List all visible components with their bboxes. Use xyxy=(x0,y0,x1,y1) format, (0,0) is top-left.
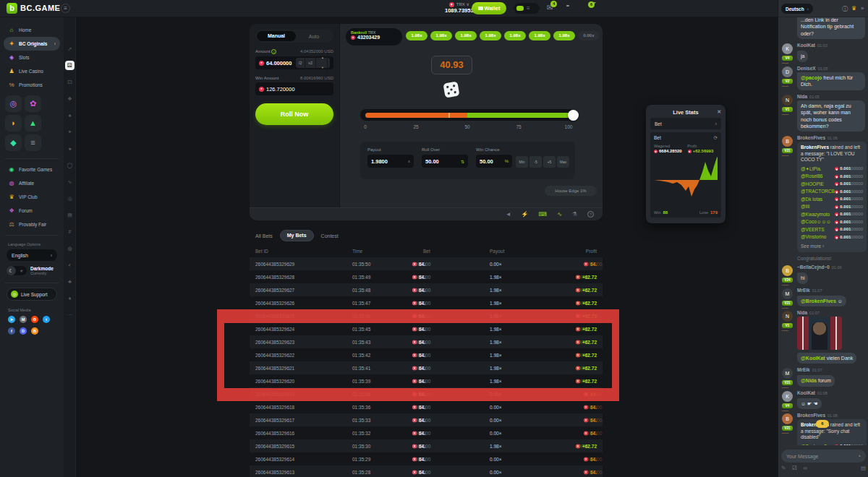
amount-arrows[interactable]: ▲▼ xyxy=(316,53,330,73)
live-stats-icon[interactable]: ∿ xyxy=(557,211,562,218)
close-icon[interactable]: ✕ xyxy=(717,109,721,115)
sidebar-item-slots[interactable]: ◈ Slots xyxy=(4,51,60,64)
info-icon[interactable]: i xyxy=(271,49,276,54)
game-tile-stack[interactable]: ≡ xyxy=(25,134,41,151)
rain-timer-icon[interactable]: ◔ xyxy=(857,453,861,460)
sidebar-item-bc-originals[interactable]: ✦ BC Originals › xyxy=(4,37,60,51)
game-tile-roulette[interactable]: ◎ xyxy=(5,95,22,112)
mention[interactable]: @Nida xyxy=(801,378,817,383)
see-more-link[interactable]: See more › xyxy=(801,244,863,249)
chat-input[interactable]: Your Message◔ xyxy=(781,450,866,463)
hotkeys-icon[interactable]: ⌨ xyxy=(539,211,548,218)
game-keno-icon[interactable]: # xyxy=(64,223,76,240)
avatar[interactable]: B xyxy=(782,265,793,276)
stats-mode-select[interactable]: Bet› xyxy=(650,118,721,129)
result-pill[interactable]: 1.98x xyxy=(406,31,427,40)
username[interactable]: MrEik xyxy=(797,288,810,293)
result-pill[interactable]: 1.98x xyxy=(430,31,452,40)
table-row[interactable]: 260644385329629 01:35:50 64.0000000 0.00… xyxy=(250,257,603,270)
sidebar-item-affiliate[interactable]: ◍ Affiliate xyxy=(4,176,60,190)
chat-room-icon[interactable]: ▤ xyxy=(861,465,866,471)
recipient-name[interactable]: @Kwazymoto xyxy=(801,212,835,218)
table-row[interactable]: 260644385329626 01:35:47 64.0000000 1.98… xyxy=(250,296,603,309)
amount-input[interactable]: 64.000000 /2 x2 ▲▼ xyxy=(255,56,333,69)
table-row[interactable]: 260644385329620 01:35:39 64.0000000 1.98… xyxy=(250,374,603,387)
username[interactable]: Nida xyxy=(797,94,807,99)
recipient-name[interactable]: @Coco☺☺☺ xyxy=(801,219,835,225)
game-hilo-icon[interactable]: ♠ xyxy=(64,107,76,124)
game-tile-rocket[interactable]: ▲ xyxy=(25,115,41,132)
result-pill[interactable]: 1.98x xyxy=(504,31,526,40)
sidebar-item-live-casino[interactable]: ♟ Live Casino xyxy=(4,64,60,78)
game-plinko-icon[interactable]: ● xyxy=(64,140,76,157)
table-row[interactable]: 260644385329625 01:35:46 64.0000000 1.98… xyxy=(250,309,603,322)
roll-now-button[interactable]: Roll Now xyxy=(255,103,333,125)
quick-button--5[interactable]: -5 xyxy=(529,156,542,168)
avatar[interactable]: B xyxy=(782,136,793,147)
recipient-name[interactable]: @Rosel86 xyxy=(801,173,835,179)
mention[interactable]: @BrokenFives xyxy=(801,298,836,304)
balance-display-toggle[interactable]: ≡ xyxy=(514,3,540,14)
recipient-name[interactable]: @Dk lotas xyxy=(801,197,835,202)
tab-all-bets[interactable]: All Bets xyxy=(255,233,273,239)
tab-manual[interactable]: Manual xyxy=(257,31,296,41)
game-wheel-icon[interactable]: ◎ xyxy=(64,190,76,207)
quick-button-+5[interactable]: +5 xyxy=(543,156,556,168)
game-roulette-icon[interactable]: ◍ xyxy=(64,240,76,257)
font-icon[interactable]: ✎ xyxy=(781,465,786,471)
link-icon[interactable]: ∞ xyxy=(804,465,807,471)
table-row[interactable]: 260644385329613 01:35:28 64.0000000 0.00… xyxy=(250,465,603,477)
table-row[interactable]: 260644385329624 01:35:45 64.0000000 1.98… xyxy=(250,322,603,335)
table-row[interactable]: 260644385329616 01:35:32 64.0000000 0.00… xyxy=(250,426,603,439)
mention[interactable]: @KoolKat xyxy=(801,356,825,361)
game-mines-icon[interactable]: ✶ xyxy=(64,124,76,140)
game-video-poker-icon[interactable]: ♣ xyxy=(64,273,76,290)
game-crash-icon[interactable]: ↗ xyxy=(64,40,76,57)
telegram-icon[interactable]: ➤ xyxy=(8,316,15,323)
double-button[interactable]: x2 xyxy=(305,58,316,68)
logo-icon[interactable]: b xyxy=(7,3,17,14)
sidebar-item-promotions[interactable]: % Promotions xyxy=(4,78,60,92)
chat-image[interactable] xyxy=(797,317,842,350)
avatar[interactable]: N xyxy=(782,95,793,106)
result-pill[interactable]: 0.00x xyxy=(578,31,600,40)
username[interactable]: MrEik xyxy=(797,367,810,372)
recipient-name[interactable]: @Zealous Coryd... xyxy=(801,444,835,445)
username[interactable]: KoolKat xyxy=(797,43,815,48)
language-select[interactable]: English› xyxy=(7,249,57,261)
username[interactable]: KoolKat xyxy=(797,390,815,395)
table-row[interactable]: 260644385329622 01:35:42 64.0000000 1.98… xyxy=(250,348,603,361)
wallet-button[interactable]: Wallet xyxy=(472,2,506,14)
avatar[interactable]: D xyxy=(782,66,793,77)
live-support-button[interactable]: ◎Live Support xyxy=(7,288,57,301)
game-twist-icon[interactable]: ❖ xyxy=(64,90,76,107)
twitter-icon[interactable]: t xyxy=(43,316,50,323)
game-tower-icon[interactable]: ▤ xyxy=(64,207,76,223)
table-row[interactable]: 260644385329617 01:35:33 64.0000000 0.00… xyxy=(250,413,603,426)
sidebar-collapse-button[interactable]: ≡ xyxy=(61,4,70,13)
slider-track[interactable] xyxy=(365,113,570,118)
quick-button-max[interactable]: Max xyxy=(557,156,569,168)
collapse-chat-icon[interactable]: » xyxy=(861,5,864,12)
recipient-name[interactable]: @TRACTORCB xyxy=(801,189,835,194)
logo-text[interactable]: BC.GAME xyxy=(20,4,60,12)
rules-info-icon[interactable]: ⓘ xyxy=(842,5,848,13)
table-row[interactable]: 260644385329615 01:35:30 64.0000000 1.98… xyxy=(250,439,603,452)
table-row[interactable]: 260644385329627 01:35:48 64.0000000 1.98… xyxy=(250,283,603,296)
win-amount-input[interactable]: 126.720000 xyxy=(255,82,333,95)
game-tile-gem[interactable]: ◆ xyxy=(5,134,22,151)
mail-icon[interactable]: ✉4 xyxy=(547,4,553,12)
darkmode-toggle[interactable]: ☾☀ xyxy=(7,266,27,275)
bankroll-chip[interactable]: Bankroll TRX 43203429 xyxy=(346,28,402,46)
avatar[interactable]: M xyxy=(782,368,793,379)
recipient-name[interactable]: @VEERTS xyxy=(801,227,835,233)
currency-selector[interactable]: TRX ∨ 1089.73953 xyxy=(445,1,474,14)
sidebar-item-vip-club[interactable]: ♛ VIP Club xyxy=(4,190,60,204)
tab-auto[interactable]: Auto xyxy=(296,34,332,39)
table-row[interactable]: 260644385329623 01:35:43 64.0000000 1.98… xyxy=(250,335,603,348)
payout-input[interactable]: 1.9800x xyxy=(367,155,414,168)
result-pill[interactable]: 1.98x xyxy=(553,31,575,40)
game-classic-dice-icon[interactable]: ⚀ xyxy=(64,74,76,90)
trophy-icon[interactable]: ♛ xyxy=(851,5,856,12)
swap-icon[interactable]: ⇅ xyxy=(461,159,464,164)
